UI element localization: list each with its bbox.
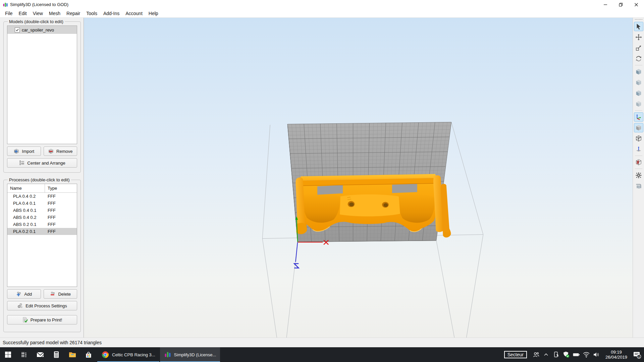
column-header-type[interactable]: Type bbox=[45, 184, 77, 192]
start-button[interactable] bbox=[0, 347, 16, 362]
cross-section-button[interactable] bbox=[634, 158, 643, 167]
processes-groupbox: Processes (double-click to edit) Name Ty… bbox=[3, 177, 81, 332]
models-list[interactable]: car_spoiler_revo bbox=[7, 25, 77, 144]
add-process-button[interactable]: Add bbox=[7, 289, 41, 299]
process-row[interactable]: PLA 0.4 0.1 FFF bbox=[7, 200, 77, 207]
check-icon bbox=[15, 28, 19, 32]
processes-header-row: Name Type bbox=[7, 184, 77, 193]
delete-process-button[interactable]: Delete bbox=[44, 289, 77, 299]
start-icon bbox=[5, 351, 11, 358]
add-gear-plus-icon bbox=[16, 291, 22, 297]
process-row[interactable]: ABS 0.4 0.2 FFF bbox=[7, 214, 77, 221]
action-center-button[interactable]: 1 bbox=[631, 350, 643, 359]
process-row[interactable]: PLA 0.4 0.2 FFF bbox=[7, 193, 77, 200]
view-cube-3-button[interactable] bbox=[634, 88, 643, 98]
wireframe-render-icon bbox=[635, 135, 642, 142]
equalizer-icon bbox=[20, 351, 28, 358]
minimize-button[interactable] bbox=[598, 0, 613, 9]
people-tray-button[interactable] bbox=[532, 351, 540, 358]
tray-overflow-button[interactable] bbox=[542, 352, 550, 358]
clock[interactable]: 09:19 26/04/2019 bbox=[605, 350, 627, 360]
move-tool-button[interactable] bbox=[634, 33, 643, 42]
clock-time: 09:19 bbox=[605, 350, 627, 355]
select-tool-icon bbox=[635, 23, 642, 30]
network-tray-button[interactable] bbox=[582, 351, 591, 359]
mail-icon bbox=[36, 351, 44, 359]
viewport-3d-scene[interactable] bbox=[84, 18, 633, 338]
menu-add-ins[interactable]: Add-Ins bbox=[100, 9, 122, 17]
process-row[interactable]: ABS 0.2 0.1 FFF bbox=[7, 221, 77, 228]
left-sidebar: Models (double-click to edit) car_spoile… bbox=[0, 18, 84, 338]
windows-taskbar: Celtic CPB Racing 3... Simplify3D (Licen… bbox=[0, 347, 644, 362]
status-message: Successfully parsed model with 26174 tri… bbox=[3, 340, 102, 345]
process-type: FFF bbox=[45, 221, 77, 228]
viewport-3d[interactable] bbox=[84, 18, 633, 338]
process-row-selected[interactable]: PLA 0.2 0.1 FFF bbox=[7, 228, 77, 235]
view-cube-4-button[interactable] bbox=[634, 99, 643, 109]
scale-tool-button[interactable] bbox=[634, 43, 643, 53]
center-and-arrange-button[interactable]: Center and Arrange bbox=[7, 158, 77, 168]
menu-view[interactable]: View bbox=[30, 9, 46, 17]
edit-process-settings-label: Edit Process Settings bbox=[25, 303, 67, 308]
calculator-app-button[interactable] bbox=[48, 347, 64, 362]
delete-gear-minus-icon bbox=[50, 291, 56, 297]
model-visibility-checkbox[interactable] bbox=[15, 27, 20, 33]
close-button[interactable] bbox=[629, 0, 644, 9]
battery-tray-button[interactable] bbox=[572, 351, 581, 359]
menu-account[interactable]: Account bbox=[122, 9, 146, 17]
mail-app-button[interactable] bbox=[32, 347, 48, 362]
wireframe-render-button[interactable] bbox=[634, 134, 643, 143]
device-tray-button[interactable] bbox=[552, 351, 560, 358]
remove-button-label: Remove bbox=[56, 149, 72, 154]
pinned-equalizer-button[interactable] bbox=[16, 347, 32, 362]
print-checklist-icon bbox=[22, 317, 28, 323]
view-cube-1-button[interactable] bbox=[634, 67, 643, 76]
edit-process-settings-button[interactable]: Edit Process Settings bbox=[7, 301, 77, 310]
toolbar-separator bbox=[635, 156, 642, 156]
menu-bar: File Edit View Mesh Repair Tools Add-Ins… bbox=[0, 9, 644, 17]
column-header-name[interactable]: Name bbox=[7, 184, 45, 192]
view-cube-2-button[interactable] bbox=[634, 78, 643, 87]
title-bar[interactable]: Simplify3D (Licensed to GOD) bbox=[0, 0, 644, 9]
file-explorer-button[interactable] bbox=[64, 347, 80, 362]
remove-button[interactable]: Remove bbox=[44, 146, 77, 156]
scale-tool-icon bbox=[635, 45, 642, 51]
store-app-button[interactable] bbox=[80, 347, 97, 362]
rotate-tool-button[interactable] bbox=[634, 54, 643, 63]
endplate-left-foot bbox=[296, 223, 307, 234]
machine-settings-button[interactable] bbox=[634, 171, 643, 180]
power-plan-indicator[interactable]: Secteur bbox=[504, 351, 527, 358]
menu-mesh[interactable]: Mesh bbox=[46, 9, 63, 17]
solid-render-button[interactable] bbox=[634, 123, 643, 132]
view-cube-4-icon bbox=[635, 101, 642, 107]
simplify3d-icon bbox=[164, 351, 171, 358]
import-button[interactable]: Import bbox=[7, 146, 41, 156]
clock-date: 26/04/2019 bbox=[605, 355, 627, 360]
security-tray-button[interactable] bbox=[562, 351, 571, 358]
menu-edit[interactable]: Edit bbox=[16, 9, 30, 17]
rotate-tool-icon bbox=[635, 55, 642, 62]
processes-list[interactable]: Name Type PLA 0.4 0.2 FFF PLA 0.4 0.1 FF… bbox=[7, 184, 77, 287]
menu-tools[interactable]: Tools bbox=[83, 9, 100, 17]
prepare-to-print-button[interactable]: Prepare to Print! bbox=[7, 315, 77, 324]
show-supports-button[interactable] bbox=[634, 181, 643, 191]
menu-help[interactable]: Help bbox=[146, 9, 161, 17]
show-normals-button[interactable] bbox=[634, 144, 643, 154]
toolbar-drag-handle[interactable] bbox=[635, 18, 642, 20]
delete-process-label: Delete bbox=[58, 292, 71, 297]
show-axes-button[interactable] bbox=[634, 112, 643, 122]
menu-file[interactable]: File bbox=[2, 9, 16, 17]
menu-repair[interactable]: Repair bbox=[63, 9, 83, 17]
volume-tray-button[interactable] bbox=[592, 351, 601, 359]
process-row[interactable]: ABS 0.4 0.1 FFF bbox=[7, 207, 77, 214]
view-toolbar bbox=[633, 18, 644, 338]
spoiler-slot-right bbox=[392, 184, 417, 193]
restore-button[interactable] bbox=[613, 0, 629, 9]
taskbar-app-chrome[interactable]: Celtic CPB Racing 3... bbox=[97, 347, 159, 362]
select-tool-button[interactable] bbox=[634, 22, 643, 31]
toolbar-separator bbox=[635, 65, 642, 65]
taskbar-app-simplify3d[interactable]: Simplify3D (License... bbox=[160, 347, 220, 362]
device-icon bbox=[552, 351, 560, 358]
model-list-item[interactable]: car_spoiler_revo bbox=[7, 26, 77, 34]
spoiler-slot-left bbox=[317, 185, 343, 195]
